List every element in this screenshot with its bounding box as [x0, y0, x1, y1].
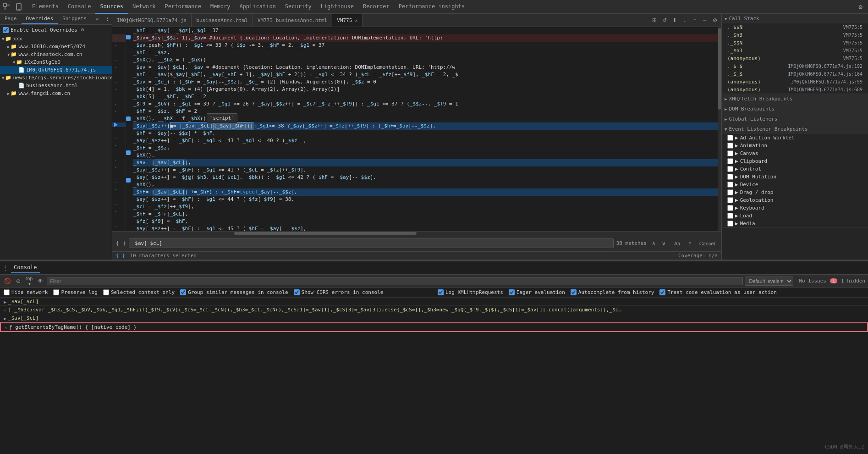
opt-cors-errors[interactable]: Show CORS errors in console: [294, 289, 384, 295]
scrollbar-thumb[interactable]: [718, 28, 721, 110]
call-stack-item[interactable]: ._$$N VM775:5: [722, 39, 868, 47]
console-entry-1[interactable]: ▶ _$av[_$cL]: [0, 298, 868, 306]
editor-horizontal-scrollbar[interactable]: [112, 231, 721, 235]
step-into-btn[interactable]: ↓: [680, 16, 689, 25]
sub-tab-page[interactable]: Page: [0, 14, 22, 24]
call-stack-item[interactable]: ._$h3 VM775:5: [722, 47, 868, 55]
filter-icon-btn[interactable]: 👁: [36, 277, 45, 286]
console-entry-2[interactable]: ‹ ƒ _$h3(){var _$h3,_$cS,_$bV,_$bk,_$g1,…: [0, 306, 868, 314]
tab-network[interactable]: Network: [128, 0, 160, 14]
scrollbar-h-thumb[interactable]: [234, 232, 417, 235]
sources-panel-more-btn[interactable]: ⋮: [105, 16, 110, 22]
tab-security[interactable]: Security: [280, 0, 316, 14]
inspect-button[interactable]: [2, 2, 12, 12]
console-entry-3[interactable]: ▶ _$av[_$cL]: [0, 314, 868, 322]
opt-preserve-log[interactable]: Preserve log: [53, 289, 97, 295]
console-dots-btn[interactable]: ⋮: [3, 265, 8, 271]
listener-checkbox[interactable]: [727, 135, 733, 141]
tab-performance-insights[interactable]: Performance insights: [394, 0, 470, 14]
tree-item-im0js[interactable]: 📄 IM0jQktM6FSQ.6771a74.js: [0, 66, 112, 74]
call-stack-item[interactable]: (anonymous) VM775:5: [722, 55, 868, 62]
tree-item-newsite[interactable]: ▼ 📁 newsite/cgs-services/stockFinance: [0, 74, 112, 82]
opt-group-similar[interactable]: Group similar messages in console: [180, 289, 288, 295]
event-listener-header[interactable]: ▼ Event Listener Breakpoints: [722, 124, 868, 134]
tab-elements[interactable]: Elements: [27, 0, 63, 14]
dom-breakpoints-header[interactable]: ▶ DOM Breakpoints: [722, 104, 868, 114]
regex-btn[interactable]: .*: [685, 239, 693, 248]
search-input[interactable]: [129, 238, 614, 248]
listener-checkbox[interactable]: [727, 150, 733, 156]
tree-item-businessannc[interactable]: 📄 businessAnnc.html: [0, 82, 112, 89]
editor-tab-vm775[interactable]: VM775 ✕: [332, 14, 363, 27]
overrides-clear-btn[interactable]: ⊘: [81, 27, 84, 33]
tree-item-xxx[interactable]: ▼ 📁 xxx: [0, 35, 112, 43]
listener-checkbox[interactable]: [727, 182, 733, 188]
tab-sources[interactable]: Sources: [95, 0, 128, 14]
listener-checkbox[interactable]: [727, 189, 733, 195]
opt-treat-eval[interactable]: Treat code evaluation as user action: [659, 289, 776, 295]
sub-tab-snippets[interactable]: Snippets: [58, 14, 91, 24]
console-filter-input[interactable]: [47, 277, 743, 285]
console-level-select[interactable]: Default levels ▾: [745, 277, 793, 286]
listener-checkbox[interactable]: [727, 166, 733, 172]
reload-btn[interactable]: ↺: [660, 16, 669, 25]
tab-recorder[interactable]: Recorder: [358, 0, 394, 14]
console-ban-btn[interactable]: ⊘: [14, 277, 23, 286]
step-out-btn[interactable]: ↑: [690, 16, 699, 25]
opt-preserve-log-checkbox[interactable]: [53, 289, 59, 295]
tab-lighthouse[interactable]: Lighthouse: [316, 0, 358, 14]
search-prev-btn[interactable]: ∧: [649, 239, 659, 248]
console-tab[interactable]: Console: [11, 262, 40, 273]
opt-log-xhr-checkbox[interactable]: [438, 289, 444, 295]
editor-tab-close-btn[interactable]: ✕: [355, 18, 357, 23]
listener-checkbox[interactable]: [727, 205, 733, 211]
device-toggle-button[interactable]: [14, 2, 24, 12]
sub-tab-overrides[interactable]: Overrides: [22, 14, 58, 24]
opt-autocomplete-checkbox[interactable]: [571, 289, 577, 295]
call-stack-item[interactable]: ._$_$ IM0jQktM6FSQ.6771a74.js:192: [722, 62, 868, 70]
opt-eager-eval-checkbox[interactable]: [509, 289, 515, 295]
tree-item-chinastock[interactable]: ▼ 📁 www.chinastock.com.cn: [0, 50, 112, 58]
match-case-btn[interactable]: Aa: [671, 239, 683, 248]
tree-item-10010[interactable]: ▶ 📁 www.10010.com/net5/074: [0, 43, 112, 50]
opt-hide-network-checkbox[interactable]: [4, 289, 10, 295]
editor-tab-vm773[interactable]: VM773 businessAnnc.html: [253, 14, 332, 27]
listener-checkbox[interactable]: [727, 197, 733, 203]
listener-checkbox[interactable]: [727, 174, 733, 180]
opt-selected-context-checkbox[interactable]: [103, 289, 109, 295]
xhr-breakpoints-header[interactable]: ▶ XHR/fetch Breakpoints: [722, 94, 868, 104]
tab-console[interactable]: Console: [63, 0, 96, 14]
tree-item-fangdi[interactable]: ▶ 📁 www.fangdi.com.cn: [0, 89, 112, 97]
sub-tabs-more[interactable]: »: [93, 14, 102, 24]
call-stack-item[interactable]: ._$$N VM775:5: [722, 23, 868, 31]
split-editor-btn[interactable]: ⊞: [650, 16, 659, 25]
listener-checkbox[interactable]: [727, 221, 733, 227]
listener-checkbox[interactable]: [727, 158, 733, 164]
opt-group-similar-checkbox[interactable]: [180, 289, 186, 295]
call-stack-item[interactable]: ._$_$ IM0jQktM6FSQ.6771a74.js:164: [722, 70, 868, 78]
global-listeners-header[interactable]: ▶ Global Listeners: [722, 114, 868, 124]
settings-button[interactable]: ⚙: [859, 3, 863, 11]
console-clear-btn[interactable]: 🚫: [3, 277, 12, 286]
call-stack-item[interactable]: (anonymous) IM0jQktM6FSQ.6771a74.js:689: [722, 86, 868, 94]
enable-overrides-checkbox[interactable]: [3, 27, 9, 33]
continue-btn[interactable]: →: [700, 16, 709, 25]
step-over-btn[interactable]: ⬇: [670, 16, 679, 25]
search-next-btn[interactable]: ∨: [659, 239, 669, 248]
top-level-context-btn[interactable]: top ▾: [25, 277, 34, 286]
listener-checkbox[interactable]: [727, 213, 733, 219]
opt-cors-errors-checkbox[interactable]: [294, 289, 300, 295]
editor-tab-businessannc[interactable]: businessAnnc.html: [192, 14, 253, 27]
editor-tab-im0[interactable]: IM0jQktM6FSQ.6771a74.js: [112, 14, 192, 27]
opt-eager-eval[interactable]: Eager evaluation: [509, 289, 565, 295]
editor-vertical-scrollbar[interactable]: [718, 27, 721, 231]
opt-hide-network[interactable]: Hide network: [4, 289, 48, 295]
listener-checkbox[interactable]: [727, 143, 733, 149]
tree-item-ixx[interactable]: ▼ 📁 iXxZonSlgCbQ: [0, 58, 112, 66]
opt-selected-context[interactable]: Selected context only: [103, 289, 175, 295]
opt-autocomplete[interactable]: Autocomplete from history: [571, 289, 654, 295]
tab-application[interactable]: Application: [235, 0, 280, 14]
call-stack-header[interactable]: ▼ Call Stack: [722, 14, 868, 23]
format-json-btn[interactable]: { }: [116, 240, 126, 247]
tab-memory[interactable]: Memory: [206, 0, 235, 14]
